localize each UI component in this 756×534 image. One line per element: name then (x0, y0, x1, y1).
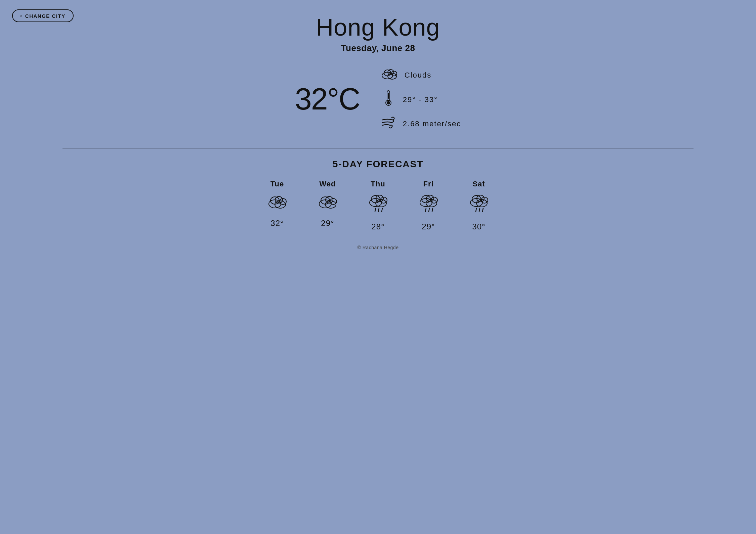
weather-details: Clouds 29° - 33° (380, 67, 461, 132)
forecast-icon-sat (467, 193, 491, 217)
forecast-day-wed: Wed 29° (316, 180, 339, 231)
condition-text: Clouds (405, 71, 431, 80)
cloud-icon (380, 67, 398, 83)
day-name-sat: Sat (472, 180, 485, 188)
wind-speed-text: 2.68 meter/sec (403, 120, 461, 128)
svg-line-35 (432, 208, 433, 212)
svg-point-9 (387, 101, 390, 104)
city-name: Hong Kong (316, 13, 440, 41)
forecast-temp-tue: 32° (270, 219, 284, 228)
forecast-day-tue: Tue 32° (265, 180, 289, 231)
forecast-day-fri: Fri 29° (417, 180, 440, 231)
svg-line-43 (482, 208, 483, 212)
forecast-temp-wed: 29° (321, 219, 334, 228)
day-name-thu: Thu (371, 180, 385, 188)
forecast-icon-wed (316, 193, 339, 214)
forecast-day-thu: Thu 28° (366, 180, 390, 231)
current-weather-section: 32°C Clouds (295, 67, 461, 132)
thermometer-icon (380, 89, 397, 110)
svg-line-25 (375, 208, 376, 212)
forecast-icon-thu (366, 193, 390, 217)
temp-range-row: 29° - 33° (380, 89, 461, 110)
svg-line-26 (378, 208, 379, 212)
condition-row: Clouds (380, 67, 461, 83)
forecast-day-sat: Sat 30° (467, 180, 491, 231)
svg-line-27 (382, 208, 382, 212)
svg-line-41 (476, 208, 476, 212)
forecast-temp-sat: 30° (472, 222, 485, 231)
forecast-temp-fri: 29° (422, 222, 435, 231)
change-city-button[interactable]: ‹ CHANGE CITY (12, 9, 74, 22)
forecast-temp-thu: 28° (371, 222, 384, 231)
forecast-icon-tue (265, 193, 289, 214)
copyright-text: © Rachana Hegde (358, 245, 399, 250)
change-city-label: CHANGE CITY (25, 13, 66, 19)
day-name-fri: Fri (423, 180, 433, 188)
day-name-tue: Tue (270, 180, 284, 188)
svg-rect-8 (388, 93, 389, 99)
wind-row: 2.68 meter/sec (380, 116, 461, 132)
forecast-icon-fri (417, 193, 440, 217)
temperature-display: 32°C (295, 82, 360, 117)
current-date: Tuesday, June 28 (341, 43, 415, 53)
chevron-left-icon: ‹ (20, 13, 23, 19)
svg-line-42 (479, 208, 480, 212)
svg-line-34 (429, 208, 429, 212)
forecast-title: 5-DAY FORECAST (333, 159, 424, 170)
temp-range-text: 29° - 33° (403, 95, 438, 104)
forecast-grid: Tue 32° Wed 29° Thu (265, 180, 491, 231)
svg-line-33 (425, 208, 426, 212)
day-name-wed: Wed (319, 180, 336, 188)
section-divider (62, 148, 694, 149)
wind-icon (380, 116, 397, 132)
